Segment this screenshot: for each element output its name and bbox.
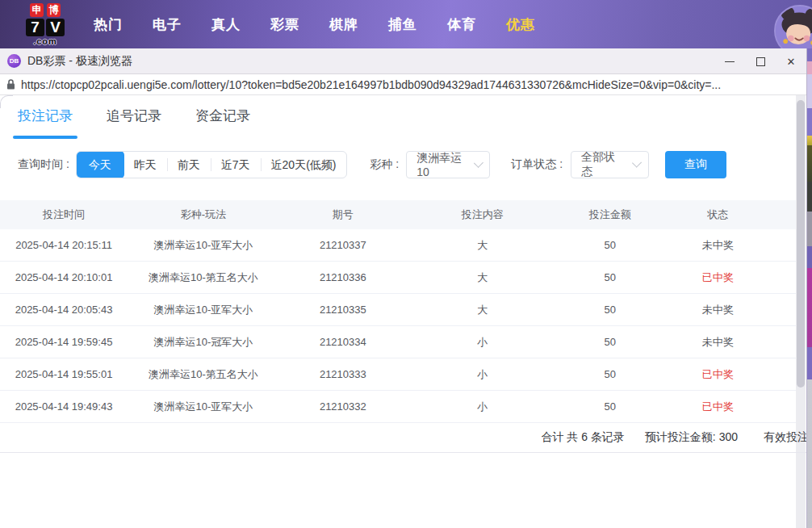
cell-amount: 50 — [559, 271, 662, 283]
logo-badge-shen: 申 — [30, 3, 44, 17]
cell-time: 2025-04-14 19:49:43 — [0, 400, 128, 413]
col-bet-amount: 投注金额 — [559, 207, 662, 222]
site-top-nav: 申 博 7 V .com 热门 电子 真人 彩票 棋牌 捕鱼 体育 优惠 — [0, 0, 812, 48]
cell-amount: 50 — [559, 239, 662, 251]
logo-7v: 7 V — [26, 19, 65, 36]
col-game-play: 彩种-玩法 — [128, 207, 279, 222]
cell-status: 未中奖 — [662, 303, 773, 317]
col-bet-time: 投注时间 — [0, 207, 128, 222]
window-title: DB彩票 - 极速浏览器 — [27, 54, 132, 69]
cell-time: 2025-04-14 19:55:01 — [0, 368, 128, 380]
cell-status: 未中奖 — [662, 238, 773, 253]
record-tabs: 投注记录 追号记录 资金记录 — [0, 95, 806, 139]
scrollbar-thumb[interactable] — [797, 100, 805, 388]
cell-game: 澳洲幸运10-亚军大小 — [128, 400, 279, 414]
nav-item-sports[interactable]: 体育 — [447, 15, 476, 34]
browser-urlbar[interactable]: https://ctopcp02pcali.uengi5e.com/lotter… — [0, 74, 806, 95]
table-summary: 合计 共 6 条记录 预计投注金额: 300 有效投注金额 — [0, 423, 807, 453]
cell-issue: 21210332 — [279, 400, 407, 413]
order-status-select[interactable]: 全部状态 — [571, 151, 649, 178]
cell-amount: 50 — [559, 304, 662, 316]
cell-issue: 21210335 — [279, 304, 407, 316]
site-menu: 热门 电子 真人 彩票 棋牌 捕鱼 体育 优惠 — [94, 15, 535, 34]
cell-game: 澳洲幸运10-第五名大小 — [128, 367, 279, 382]
chevron-down-icon — [632, 157, 642, 167]
tab-fund-records[interactable]: 资金记录 — [195, 107, 250, 139]
avatar-illustration — [776, 6, 812, 55]
table-row: 2025-04-14 19:55:01 澳洲幸运10-第五名大小 2121033… — [0, 358, 797, 391]
close-button[interactable]: ✕ — [776, 48, 806, 74]
cell-time: 2025-04-14 20:10:01 — [0, 271, 128, 283]
summary-valid-amount: 有效投注金额 — [764, 430, 807, 445]
cell-status: 已中奖 — [662, 270, 773, 285]
active-tab-underline — [13, 136, 77, 139]
cell-amount: 50 — [559, 368, 662, 380]
nav-item-live[interactable]: 真人 — [211, 15, 241, 34]
nav-item-fishing[interactable]: 捕鱼 — [388, 15, 417, 34]
lottery-filter-label: 彩种 : — [370, 157, 399, 172]
nav-item-slots[interactable]: 电子 — [153, 15, 182, 34]
nav-item-hot[interactable]: 热门 — [94, 15, 123, 34]
site-logo[interactable]: 申 博 7 V .com — [21, 3, 69, 46]
table-header: 投注时间 彩种-玩法 期号 投注内容 投注金额 状态 — [0, 200, 797, 229]
filter-bar: 查询时间 : 今天 昨天 前天 近7天 近20天(低频) 彩种 : 澳洲幸运10… — [18, 151, 806, 178]
maximize-icon — [756, 57, 765, 66]
time-filter-group: 今天 昨天 前天 近7天 近20天(低频) — [76, 151, 348, 178]
chevron-down-icon — [474, 157, 483, 167]
time-filter-label: 查询时间 : — [18, 157, 69, 172]
cell-game: 澳洲幸运10-冠军大小 — [128, 335, 279, 350]
cell-content: 大 — [407, 303, 559, 317]
search-button[interactable]: 查询 — [665, 151, 726, 178]
cell-content: 大 — [407, 238, 559, 253]
filter-day-before[interactable]: 前天 — [167, 152, 211, 178]
cell-time: 2025-04-14 20:15:11 — [0, 239, 128, 251]
cell-issue: 21210337 — [279, 239, 407, 251]
logo-badges: 申 博 — [30, 3, 61, 17]
nav-item-boardgames[interactable]: 棋牌 — [329, 15, 358, 34]
table-row: 2025-04-14 20:05:43 澳洲幸运10-亚军大小 21210335… — [0, 294, 797, 326]
maximize-button[interactable] — [745, 48, 776, 74]
logo-v: V — [46, 19, 65, 36]
browser-titlebar[interactable]: DB DB彩票 - 极速浏览器 ✕ — [0, 48, 806, 74]
cell-game: 澳洲幸运10-第五名大小 — [128, 270, 279, 285]
filter-last-7-days[interactable]: 近7天 — [211, 152, 261, 178]
panel-corner — [0, 95, 13, 108]
nav-item-lottery[interactable]: 彩票 — [270, 15, 299, 34]
browser-favicon-icon: DB — [7, 54, 21, 68]
lock-icon — [6, 79, 15, 90]
filter-yesterday[interactable]: 昨天 — [123, 152, 167, 178]
cell-status: 已中奖 — [662, 400, 773, 414]
logo-badge-bo: 博 — [47, 3, 61, 17]
lottery-select[interactable]: 澳洲幸运10 — [406, 151, 490, 178]
cell-status: 已中奖 — [662, 367, 773, 382]
window-controls: ✕ — [714, 48, 806, 74]
filter-last-20-days[interactable]: 近20天(低频) — [261, 152, 347, 178]
cell-content: 小 — [407, 335, 559, 350]
scrollbar[interactable] — [796, 95, 806, 528]
tab-label: 资金记录 — [195, 108, 250, 124]
minimize-button[interactable] — [714, 48, 745, 74]
browser-window: DB DB彩票 - 极速浏览器 ✕ https://ctopcp02pcali.… — [0, 48, 807, 528]
cell-time: 2025-04-14 19:59:45 — [0, 336, 128, 348]
nav-item-promotions[interactable]: 优惠 — [506, 15, 535, 34]
url-text[interactable]: https://ctopcp02pcali.uengi5e.com/lotter… — [21, 78, 721, 91]
col-bet-content: 投注内容 — [407, 207, 559, 222]
cell-issue: 21210334 — [279, 336, 407, 348]
cell-content: 小 — [407, 367, 559, 382]
tab-bet-records[interactable]: 投注记录 — [18, 107, 73, 139]
tab-label: 追号记录 — [107, 108, 161, 124]
minimize-icon — [725, 61, 735, 62]
tab-chase-records[interactable]: 追号记录 — [107, 107, 161, 139]
cell-time: 2025-04-14 20:05:43 — [0, 304, 128, 316]
table-row: 2025-04-14 19:49:43 澳洲幸运10-亚军大小 21210332… — [0, 391, 797, 423]
background-page-strip — [807, 48, 812, 528]
summary-expected-amount: 预计投注金额: 300 — [645, 430, 738, 445]
table-row: 2025-04-14 20:10:01 澳洲幸运10-第五名大小 2121033… — [0, 262, 797, 294]
cell-status: 未中奖 — [662, 335, 773, 350]
summary-total-records: 合计 共 6 条记录 — [541, 430, 624, 445]
table-row: 2025-04-14 20:15:11 澳洲幸运10-亚军大小 21210337… — [0, 229, 797, 262]
filter-today[interactable]: 今天 — [76, 151, 124, 178]
logo-7: 7 — [26, 19, 44, 36]
cell-issue: 21210336 — [279, 271, 407, 283]
table-row: 2025-04-14 19:59:45 澳洲幸运10-冠军大小 21210334… — [0, 326, 797, 358]
